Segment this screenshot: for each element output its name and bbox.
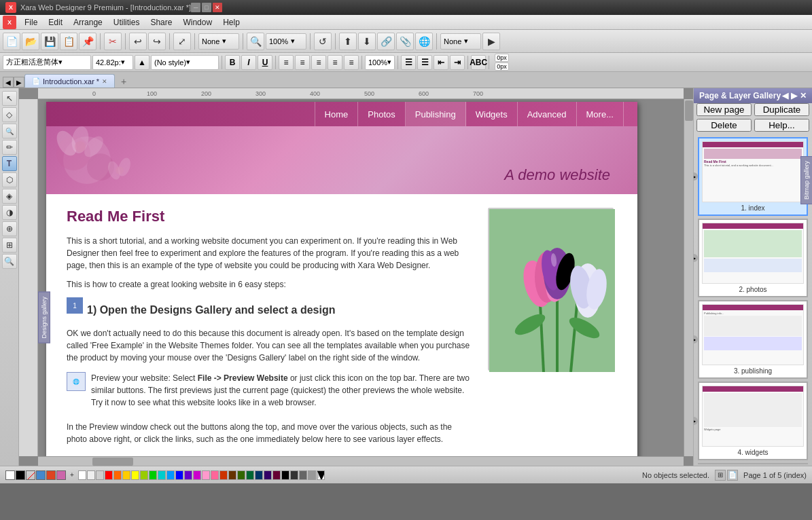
palette-yellow[interactable] [131,470,139,480]
align-center-button[interactable]: ≡ [295,55,310,70]
node-tool[interactable]: ◇ [2,107,17,122]
menu-share[interactable]: Share [145,16,177,29]
tab-next-button[interactable]: ▶ [14,77,24,88]
nav-publishing[interactable]: Publishing [406,102,466,126]
font-size-dropdown[interactable]: 42.82p:▾ [92,55,133,70]
underline-button[interactable]: U [258,55,272,70]
palette-indigo[interactable] [264,470,272,480]
page-thumb-3[interactable]: ▶ Publishing info... 3. publishing [698,300,808,379]
add-color-button[interactable]: + [70,471,74,479]
new-button[interactable]: 📄 [3,33,20,50]
palette-lime[interactable] [140,470,148,480]
palette-white[interactable] [78,470,86,480]
menu-help[interactable]: Help [217,16,245,29]
palette-teal[interactable] [158,470,166,480]
zoom-dropdown[interactable]: 100%▾ [266,33,306,50]
x-coord-field[interactable]: 0px [495,54,509,62]
text-tool[interactable]: T [2,156,17,171]
palette-darkgreen[interactable] [237,470,245,480]
copy-page-button[interactable]: 📋 [60,33,77,50]
designs-gallery-label[interactable]: Designs gallery [38,292,50,343]
zoom-out-button[interactable]: 🔍 [247,33,264,50]
page-thumb-1[interactable]: ▶ Read Me First This is a short tutorial… [698,137,808,216]
menu-window[interactable]: Window [177,16,217,29]
page4-expand[interactable]: ▶ [694,417,698,425]
zoom-tool[interactable]: 🔍 [2,124,17,138]
list-ol-button[interactable]: ☰ [417,55,432,70]
refresh-button[interactable]: ↺ [314,33,332,50]
nav-more[interactable]: More... [577,102,624,126]
accent-swatch3[interactable] [56,470,66,480]
palette-sky[interactable] [166,470,175,480]
palette-gray[interactable] [96,470,104,480]
attach-button[interactable]: 📎 [396,33,414,50]
palette-silver[interactable] [308,470,316,480]
hscroll-thumb[interactable] [92,458,133,466]
draw-tool[interactable]: ✏ [2,140,17,155]
maximize-button[interactable]: □ [202,3,211,12]
accent-swatch2[interactable] [46,470,56,480]
vertical-scrollbar[interactable] [684,99,693,456]
page3-expand[interactable]: ▶ [694,335,698,343]
close-button[interactable]: ✕ [213,3,222,12]
nav-photos[interactable]: Photos [358,102,405,126]
save-button[interactable]: 💾 [41,33,58,50]
palette-blue[interactable] [175,470,183,480]
transparency-tool[interactable]: ◑ [2,205,17,220]
status-icon1[interactable]: ⊞ [715,470,726,481]
panel-prev-icon[interactable]: ◀ [782,91,788,100]
tab-prev-button[interactable]: ◀ [3,77,14,88]
palette-green[interactable] [149,470,157,480]
y-coord-field[interactable]: 0px [495,62,509,71]
status-icon2[interactable]: 📄 [727,470,738,481]
line-height-dropdown[interactable]: 100%▾ [365,55,395,70]
bitmap-gallery-label[interactable]: Bitmap gallery [800,156,812,204]
page-dropdown[interactable]: None▾ [440,33,481,50]
palette-checker[interactable] [317,470,325,480]
designs-gallery-tab[interactable]: Designs gallery [38,292,50,343]
bold-button[interactable]: B [225,55,240,70]
page-thumb-5[interactable]: ▶ Advanced page 5. advanced [698,463,808,464]
menu-utilities[interactable]: Utilities [108,16,145,29]
palette-purple[interactable] [184,470,192,480]
indent-left-button[interactable]: ⇤ [434,55,448,70]
spellcheck-button[interactable]: ABC [471,55,486,70]
delete-button[interactable]: Delete [696,119,752,132]
search-tool[interactable]: 🔍 [2,254,17,269]
palette-red[interactable] [105,470,113,480]
panel-next-icon[interactable]: ▶ [791,91,797,100]
stroke-color-swatch[interactable] [16,470,25,480]
page1-expand[interactable]: ▶ [694,172,698,181]
minimize-button[interactable]: ─ [191,3,200,12]
page-thumb-2[interactable]: ▶ 2. photos [698,219,808,297]
palette-lightgray[interactable] [87,470,95,480]
indent-right-button[interactable]: ⇥ [450,55,465,70]
document-tab[interactable]: 📄 Introduction.xar * ✕ [24,74,115,88]
import-button[interactable]: ⬇ [358,33,376,50]
export-button[interactable]: ⬆ [339,33,357,50]
menu-arrange[interactable]: Arrange [68,16,108,29]
crop-tool[interactable]: ⊞ [2,238,17,253]
tab-close-icon[interactable]: ✕ [102,78,107,85]
fill-tool[interactable]: ◈ [2,189,17,204]
transform-button[interactable]: ⤢ [173,33,191,50]
accent-swatch[interactable] [36,470,46,480]
no-color-swatch[interactable] [26,470,35,480]
tab-add-button[interactable]: + [118,75,130,88]
duplicate-button[interactable]: Duplicate [754,103,809,116]
quality-dropdown[interactable]: None▾ [198,33,239,50]
palette-rose[interactable] [211,470,219,480]
font-size-up-button[interactable]: ▲ [135,55,149,70]
palette-plum[interactable] [272,470,281,480]
help-button[interactable]: Help... [754,119,809,132]
vscroll-thumb[interactable] [685,100,693,121]
clone-tool[interactable]: ⊕ [2,221,17,236]
shape-tool[interactable]: ⬡ [2,172,17,187]
redo-button[interactable]: ↪ [148,33,166,50]
palette-magenta[interactable] [193,470,201,480]
preview-button[interactable]: 🌐 [415,33,433,50]
nav-widgets[interactable]: Widgets [466,102,518,126]
paste-button[interactable]: 📌 [79,33,96,50]
menu-file[interactable]: File [19,16,43,29]
style-dropdown[interactable]: (No style)▾ [151,55,219,70]
